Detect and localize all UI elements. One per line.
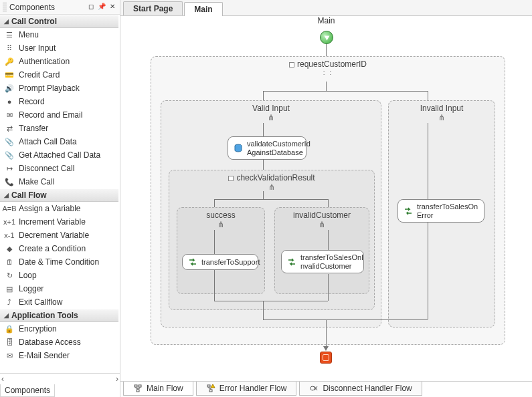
- tab-label: Error Handler Flow: [219, 384, 287, 393]
- component-label: Record: [19, 97, 45, 106]
- panel-title: Components: [9, 3, 85, 12]
- encryption-icon: 🔒: [4, 324, 15, 334]
- horizontal-scrollbar[interactable]: ‹›: [0, 374, 120, 384]
- component-item[interactable]: A=BAssign a Variable: [0, 202, 118, 215]
- connector: [214, 270, 215, 301]
- component-item[interactable]: 🔑Authentication: [0, 55, 118, 68]
- detach-icon[interactable]: ◻: [86, 3, 96, 12]
- grip-icon[interactable]: [3, 3, 7, 12]
- close-icon[interactable]: ✕: [108, 3, 117, 12]
- component-item[interactable]: ⤴Exit Callflow: [0, 295, 118, 309]
- svg-rect-5: [209, 390, 212, 392]
- document-tabs: Start Page Main: [120, 0, 532, 16]
- component-item[interactable]: ✉E-Mail Sender: [0, 349, 118, 362]
- connector: [214, 199, 328, 200]
- component-item[interactable]: 🗄Database Access: [0, 336, 118, 349]
- collapse-icon[interactable]: [228, 176, 234, 181]
- flow-tabs: Main Flow Error Handler Flow Disconnect …: [120, 381, 532, 397]
- components-tree[interactable]: ◢Call Control☰Menu⠿User Input🔑Authentica…: [0, 15, 120, 373]
- diagram-canvas[interactable]: Main requestCustomerID : : Valid Input ⋔: [120, 16, 532, 381]
- section-header[interactable]: ◢Call Control: [0, 15, 118, 28]
- component-item[interactable]: 📞Make Call: [0, 175, 118, 188]
- component-label: Increment Variable: [19, 217, 86, 227]
- component-item[interactable]: 🔊Prompt Playback: [0, 82, 118, 95]
- connector: [214, 301, 328, 301]
- component-item[interactable]: ✉Record and Email: [0, 108, 118, 122]
- component-item[interactable]: 📎Attach Call Data: [0, 135, 118, 148]
- component-item[interactable]: ↦Disconnect Call: [0, 162, 118, 175]
- exit-icon: ⤴: [4, 297, 15, 307]
- connector: [428, 123, 428, 199]
- connector: [263, 91, 264, 100]
- component-item[interactable]: ↻Loop: [0, 269, 118, 282]
- tab-start-page[interactable]: Start Page: [123, 1, 183, 15]
- increment-icon: x+1: [4, 217, 15, 227]
- tab-error-flow[interactable]: Error Handler Flow: [196, 382, 297, 396]
- bottom-tab-components[interactable]: Components: [0, 384, 55, 397]
- end-node[interactable]: [320, 352, 332, 364]
- connector: [263, 159, 264, 170]
- component-item[interactable]: x+1Increment Variable: [0, 215, 118, 229]
- component-item[interactable]: ⇄Transfer: [0, 122, 118, 135]
- arrow-icon: [323, 346, 329, 351]
- component-item[interactable]: ▤Logger: [0, 282, 118, 295]
- section-label: Call Control: [11, 17, 57, 26]
- section-header[interactable]: ◢Application Tools: [0, 309, 118, 322]
- components-panel: Components ◻ 📌 ✕ ◢Call Control☰Menu⠿User…: [0, 0, 120, 397]
- collapse-icon[interactable]: ◢: [4, 192, 9, 198]
- connector: [428, 222, 428, 319]
- node-transfer-error[interactable]: transferToSalesOn Error: [397, 199, 484, 223]
- menu-icon: ☰: [4, 30, 15, 39]
- transfer-icon: [188, 257, 197, 267]
- svg-point-6: [311, 386, 315, 390]
- group-label: Valid Input: [252, 104, 290, 113]
- fork-icon: ⋔: [275, 220, 369, 229]
- decrement-icon: x-1: [4, 231, 15, 240]
- section-label: Application Tools: [11, 311, 78, 320]
- group-label: success: [206, 211, 235, 220]
- component-item[interactable]: x-1Decrement Variable: [0, 229, 118, 242]
- tab-main[interactable]: Main: [184, 2, 222, 16]
- assign-icon: A=B: [4, 204, 15, 213]
- tab-disconnect-flow[interactable]: Disconnect Handler Flow: [299, 382, 422, 396]
- condition-icon: ◆: [4, 244, 15, 253]
- component-label: Date & Time Condition: [19, 257, 99, 267]
- component-label: Transfer: [19, 124, 48, 133]
- component-item[interactable]: ☰Menu: [0, 28, 118, 41]
- component-label: Record and Email: [19, 110, 82, 120]
- connector: [326, 82, 327, 91]
- node-validate-customer[interactable]: validateCustomerId AgainstDatabase: [228, 136, 306, 160]
- node-transfer-invalid[interactable]: transferToSalesOnI nvalidCustomer: [281, 250, 364, 273]
- component-label: Authentication: [19, 57, 70, 66]
- connector: [428, 91, 428, 100]
- get-attached-icon: 📎: [4, 150, 15, 160]
- component-label: Make Call: [19, 177, 54, 186]
- node-transfer-support[interactable]: transferToSupport: [182, 254, 258, 270]
- component-item[interactable]: 🔒Encryption: [0, 322, 118, 336]
- database-icon: 🗄: [4, 338, 15, 347]
- component-item[interactable]: 🗓Date & Time Condition: [0, 255, 118, 269]
- component-label: Exit Callflow: [19, 297, 62, 307]
- component-item[interactable]: 💳Credit Card: [0, 68, 118, 82]
- component-item[interactable]: ⠿User Input: [0, 41, 118, 55]
- group-subicon: : :: [151, 69, 505, 76]
- component-item[interactable]: ◆Create a Condition: [0, 242, 118, 255]
- component-item[interactable]: ●Record: [0, 95, 118, 108]
- component-item[interactable]: 📎Get Attached Call Data: [0, 148, 118, 162]
- tab-main-flow[interactable]: Main Flow: [123, 382, 193, 396]
- pin-icon[interactable]: 📌: [97, 3, 106, 12]
- group-label: requestCustomerID: [297, 59, 367, 69]
- collapse-icon[interactable]: [289, 62, 294, 68]
- group-success[interactable]: success ⋔: [177, 207, 265, 294]
- collapse-icon[interactable]: ◢: [4, 312, 9, 319]
- start-node[interactable]: [320, 31, 333, 44]
- tab-label: Disconnect Handler Flow: [323, 384, 412, 393]
- svg-rect-4: [207, 385, 210, 387]
- connector: [326, 319, 327, 346]
- component-label: Credit Card: [19, 70, 60, 80]
- section-header[interactable]: ◢Call Flow: [0, 188, 118, 202]
- tab-label: Main Flow: [147, 384, 183, 393]
- collapse-icon[interactable]: ◢: [4, 18, 9, 25]
- connector: [263, 91, 428, 92]
- loop-icon: ↻: [4, 271, 15, 280]
